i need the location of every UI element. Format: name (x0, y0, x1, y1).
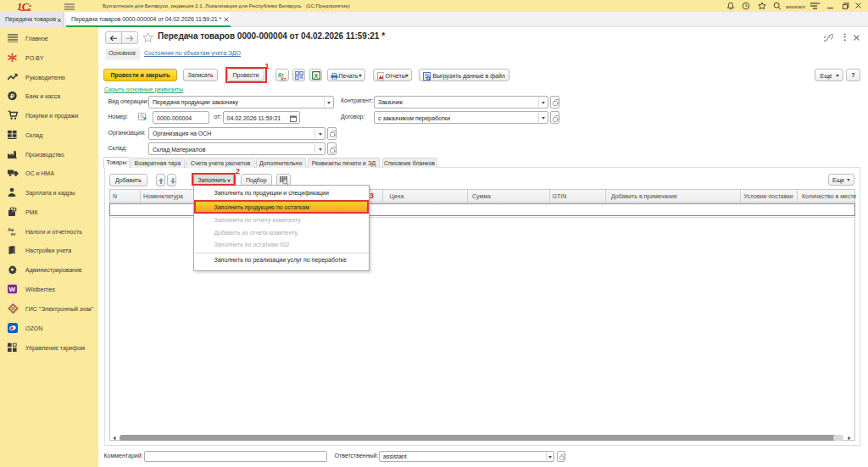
svg-text:1С:: 1С: (18, 1, 32, 11)
svg-text:ку: ку (11, 231, 16, 236)
svg-text:W: W (9, 286, 16, 293)
svg-text:X: X (314, 72, 318, 80)
svg-text:₽: ₽ (10, 92, 14, 100)
svg-text:Кт: Кт (281, 76, 286, 81)
